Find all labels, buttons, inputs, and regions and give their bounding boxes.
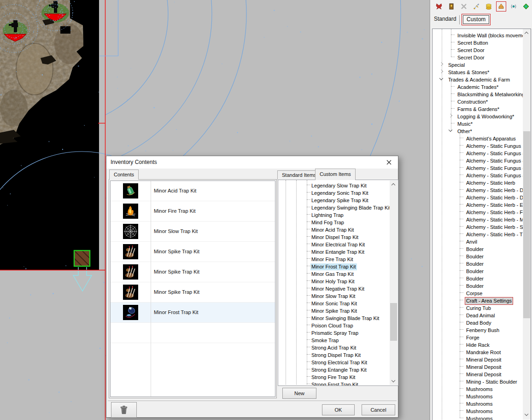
palette-tree-item[interactable]: Alchemy - Static Herb - M [433, 215, 531, 222]
palette-tree-item[interactable]: Boulder [433, 267, 531, 274]
custom-items-tree[interactable]: Legendary Slow Trap KitLegendary Sonic T… [278, 180, 398, 386]
custom-tree-item[interactable]: Legendary Slow Trap Kit [278, 181, 390, 188]
palette-tree-item[interactable]: Mineral Deposit [433, 355, 531, 362]
custom-tree-item[interactable]: Legendary Sonic Trap Kit [278, 188, 390, 196]
palette-tree-item[interactable]: Construction* [433, 97, 531, 105]
inventory-list-row[interactable]: Minor Spike Trap Kit [111, 242, 275, 262]
palette-tree-item[interactable]: Invisible Wall (blocks moveme [433, 31, 531, 38]
palette-tab-standard[interactable]: Standard [434, 16, 456, 22]
palette-tree-item[interactable]: Hide Rack [433, 340, 531, 348]
inventory-list-row[interactable]: Minor Slow Trap Kit [111, 222, 275, 242]
palette-tree-item[interactable]: Logging & Woodworking* [433, 112, 531, 119]
trigger-icon[interactable] [522, 2, 530, 11]
custom-tree-item[interactable]: Strong Electrical Trap Kit [278, 358, 390, 365]
tab-standard-items[interactable]: Standard Items [277, 170, 321, 180]
palette-tab-custom[interactable]: Custom [463, 15, 489, 24]
palette-tree-item[interactable]: Music* [433, 119, 531, 127]
palette-tree-item[interactable]: Boulder [433, 245, 531, 252]
palette-tree-item[interactable]: Secret Button [433, 38, 531, 46]
new-button[interactable]: New [282, 388, 316, 399]
scroll-down-icon[interactable] [390, 377, 398, 385]
chevron-down-icon[interactable] [449, 128, 452, 132]
chevron-right-icon[interactable] [439, 70, 443, 73]
custom-tree-item[interactable]: Lightning Trap [278, 210, 390, 218]
palette-tree-item[interactable]: Mushrooms [433, 392, 531, 399]
scrollbar[interactable] [390, 181, 398, 385]
placeable-icon[interactable] [497, 2, 505, 11]
custom-tree-item[interactable]: Strong Fire Trap Kit [278, 373, 390, 380]
close-button[interactable] [381, 157, 397, 167]
palette-tree-item[interactable]: Mineral Deposit [433, 370, 531, 377]
scrollbar[interactable] [523, 29, 531, 420]
custom-tree-item[interactable]: Minor Electrical Trap Kit [278, 240, 390, 247]
custom-tree-item[interactable]: Minor Sonic Trap Kit [278, 299, 390, 306]
item-icon[interactable] [472, 2, 480, 11]
palette-tree-item[interactable]: Curing Tub [433, 303, 531, 311]
door-icon[interactable] [447, 2, 456, 11]
custom-tree-item[interactable]: Strong Frost Trap Kit [278, 380, 390, 386]
chevron-right-icon[interactable] [449, 114, 452, 117]
palette-tree-item[interactable]: Alchemy - Static Fungus - [433, 171, 531, 178]
palette-tree-item[interactable]: Boulder [433, 281, 531, 289]
custom-tree-item[interactable]: Minor Entangle Trap Kit [278, 247, 390, 255]
selected-placeable-crate[interactable] [74, 251, 90, 266]
custom-tree-item[interactable]: Prismatic Spray Trap [278, 328, 390, 336]
palette-tree-item[interactable]: Boulder [433, 274, 531, 281]
ok-button[interactable]: OK [322, 404, 355, 415]
palette-tree-item[interactable]: Alchemy - Static Herb - D [433, 186, 531, 193]
palette-tree-item[interactable]: Special [433, 60, 531, 68]
custom-tree-item[interactable]: Smoke Trap [278, 336, 390, 343]
palette-tree-item[interactable]: Mushrooms [433, 414, 531, 420]
inventory-list-row[interactable]: Minor Frost Trap Kit [111, 303, 275, 323]
custom-tree-item[interactable]: Minor Frost Trap Kit [278, 262, 390, 269]
custom-tree-item[interactable]: Minor Dispel Trap Kit [278, 233, 390, 240]
palette-tree-item[interactable]: Alchemy - Static Fungus - [433, 149, 531, 156]
palette-tree-item[interactable]: Farms & Gardens* [433, 105, 531, 112]
inventory-list[interactable]: Minor Acid Trap KitMinor Fire Trap KitMi… [110, 181, 275, 397]
inventory-list-row[interactable]: Minor Fire Trap Kit [111, 201, 275, 222]
scrollbar-thumb[interactable] [390, 303, 397, 341]
scrollbar-thumb[interactable] [523, 131, 530, 318]
palette-tree-item[interactable]: Other* [433, 127, 531, 134]
custom-tree-item[interactable]: Strong Dispel Trap Kit [278, 350, 390, 358]
palette-tree-item[interactable]: Dead Body [433, 318, 531, 326]
palette-tree-item[interactable]: Dead Animal [433, 311, 531, 318]
palette-tree-item[interactable]: Boulder [433, 252, 531, 259]
custom-tree-item[interactable]: Minor Fire Trap Kit [278, 255, 390, 262]
tab-contents[interactable]: Contents [109, 169, 139, 180]
tab-custom-items[interactable]: Custom Items [315, 169, 356, 180]
palette-tree-item[interactable]: Alchemy - Static Fungus [433, 141, 531, 149]
palette-tree-item[interactable]: Alchemist's Apparatus [433, 134, 531, 141]
palette-tree-item[interactable]: Alchemy - Static Fungus - [433, 156, 531, 163]
custom-tree-item[interactable]: Minor Slow Trap Kit [278, 292, 390, 299]
palette-tree-item[interactable]: Boulder [433, 259, 531, 267]
merchant-icon[interactable] [485, 2, 493, 11]
custom-tree-item[interactable]: Minor Acid Trap Kit [278, 225, 390, 233]
palette-tree-item[interactable]: Mushrooms [433, 407, 531, 414]
palette-tree-item[interactable]: Secret Door [433, 53, 531, 60]
palette-tree-item[interactable]: Anvil [433, 237, 531, 245]
palette-tree-item[interactable]: Statues & Stones* [433, 68, 531, 75]
sound-icon[interactable] [509, 2, 518, 11]
palette-tree-item[interactable]: Blacksmithing & Metalworking [433, 90, 531, 97]
custom-tree-item[interactable]: Minor Holy Trap Kit [278, 277, 390, 284]
inventory-list-row[interactable]: Minor Spike Trap Kit [111, 282, 275, 303]
palette-tree-item[interactable]: Alchemy - Static Fungus - [433, 163, 531, 171]
palette-tree-item[interactable]: Trades & Academic & Farm [433, 75, 531, 82]
inventory-empty-row[interactable] [111, 323, 275, 343]
custom-tree-item[interactable]: Minor Swinging Blade Trap Kit [278, 314, 390, 321]
custom-tree-item[interactable]: Poison Cloud Trap [278, 321, 390, 328]
chevron-down-icon[interactable] [439, 76, 443, 80]
palette-tree-item[interactable]: Academic Trades* [433, 82, 531, 90]
palette-tree-item[interactable]: Mushrooms [433, 399, 531, 407]
palette-tree-item[interactable]: Mining - Static Boulder [433, 377, 531, 385]
palette-tree-item[interactable]: Mineral Deposit [433, 362, 531, 370]
palette-tree[interactable]: Invisible Wall (blocks movemeSecret Butt… [432, 29, 531, 420]
palette-tree-item[interactable]: Fenberry Bush [433, 326, 531, 333]
chevron-right-icon[interactable] [439, 62, 443, 66]
palette-tree-item[interactable]: Alchemy - Static Herb - E [433, 200, 531, 208]
custom-tree-item[interactable]: Mind Fog Trap [278, 218, 390, 225]
scroll-up-icon[interactable] [390, 181, 398, 188]
custom-tree-item[interactable]: Strong Acid Trap Kit [278, 343, 390, 350]
palette-tree-item[interactable]: Alchemy - Static Herb - S [433, 222, 531, 230]
